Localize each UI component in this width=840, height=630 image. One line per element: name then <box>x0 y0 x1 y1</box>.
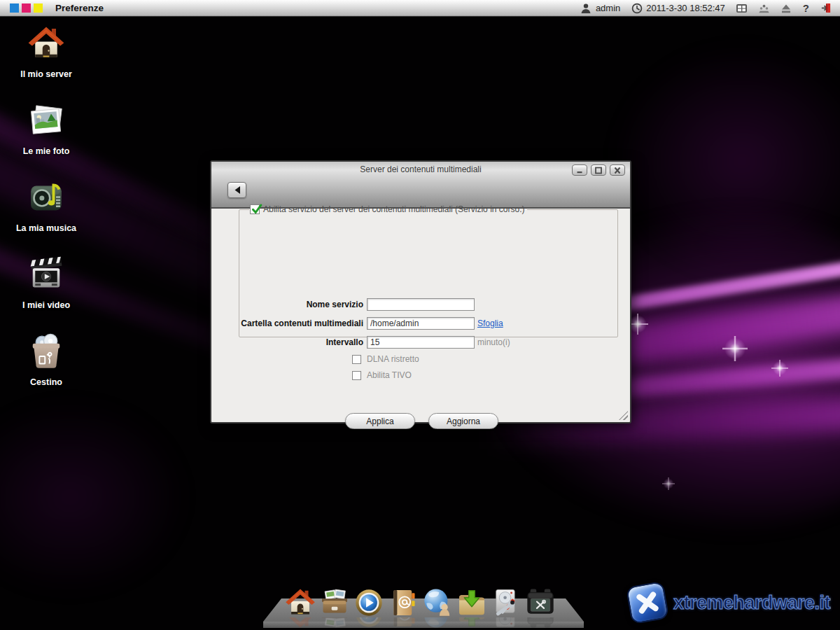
media-folder-label: Cartella contenuti multimediali <box>211 318 363 328</box>
enable-service-checkbox[interactable] <box>250 204 260 214</box>
system-logo[interactable] <box>10 4 43 13</box>
interval-input[interactable] <box>367 336 475 349</box>
photos-icon <box>27 101 66 140</box>
interval-label: Intervallo <box>211 337 363 347</box>
watermark: xtremehardware.it <box>629 584 830 622</box>
network-users-icon[interactable] <box>758 2 770 14</box>
desktop-icon-label: Il mio server <box>20 69 72 79</box>
back-arrow-icon <box>233 186 241 195</box>
dock-disk-utility-icon[interactable] <box>490 587 522 619</box>
window-body: Abilita servizio del server dei contenut… <box>211 209 630 422</box>
desktop-icon-my-photos[interactable]: Le mie foto <box>7 101 85 178</box>
help-icon[interactable]: ? <box>803 2 809 14</box>
xtremehardware-logo-icon <box>626 581 670 625</box>
user-menu[interactable]: admin <box>580 2 620 14</box>
enable-tivo-checkbox[interactable] <box>352 371 361 380</box>
window-title: Server dei contenuti multimediali <box>211 164 630 174</box>
dock-address-book-icon[interactable] <box>387 587 419 619</box>
media-server-window: Server dei contenuti multimediali <box>210 160 631 424</box>
browse-link[interactable]: Sfoglia <box>477 318 503 328</box>
resize-grip[interactable] <box>619 411 628 420</box>
dock-download-folder-icon[interactable] <box>456 587 488 619</box>
desktop-icon-trash[interactable]: Cestino <box>7 332 85 409</box>
dock-home-icon[interactable] <box>284 587 316 619</box>
window-switcher-icon[interactable] <box>736 2 748 14</box>
desktop-icon-list: Il mio server Le mie foto La mia musica … <box>7 24 85 409</box>
minimize-button[interactable] <box>572 164 587 176</box>
logo-square-pink <box>22 4 31 13</box>
dock <box>284 587 556 619</box>
desktop-icon-label: Cestino <box>30 377 62 387</box>
eject-icon[interactable] <box>780 2 792 14</box>
clock-display: 2011-3-30 18:52:47 <box>631 2 725 14</box>
desktop-icon-my-music[interactable]: La mia musica <box>7 178 85 255</box>
enable-tivo-label: Abilita TIVO <box>367 370 412 380</box>
dlna-restricted-label: DLNA ristretto <box>367 354 419 364</box>
desktop-icon-label: La mia musica <box>16 223 76 233</box>
datetime: 2011-3-30 18:52:47 <box>646 3 725 13</box>
maximize-button[interactable] <box>591 164 606 176</box>
back-button[interactable] <box>227 182 246 198</box>
media-folder-input[interactable] <box>367 317 475 330</box>
video-icon <box>27 255 66 294</box>
desktop-icon-label: Le mie foto <box>23 146 70 156</box>
window-header: Server dei contenuti multimediali <box>211 162 630 209</box>
home-icon <box>27 24 66 63</box>
dock-platform-front <box>263 622 584 628</box>
minimize-icon <box>575 167 584 174</box>
music-icon <box>27 178 66 217</box>
interval-suffix: minuto(i) <box>477 337 510 347</box>
logo-square-blue <box>10 4 19 13</box>
username: admin <box>596 3 620 13</box>
user-icon <box>580 2 592 14</box>
menubar-title: Preferenze <box>55 3 104 13</box>
dock-toolbox-icon[interactable] <box>524 587 556 619</box>
close-icon <box>613 167 622 174</box>
check-icon <box>251 203 263 216</box>
maximize-icon <box>594 167 603 174</box>
logout-icon[interactable] <box>820 2 832 14</box>
dlna-restricted-checkbox[interactable] <box>352 355 361 364</box>
desktop-icon-my-server[interactable]: Il mio server <box>7 24 85 101</box>
trash-icon <box>27 332 66 371</box>
desktop-icon-my-videos[interactable]: I miei video <box>7 255 85 332</box>
menubar: Preferenze admin 2011-3-30 18:52:47 <box>0 0 840 17</box>
refresh-button[interactable]: Aggiorna <box>428 413 498 429</box>
dock-photo-box-icon[interactable] <box>318 587 351 619</box>
dock-web-users-icon[interactable] <box>421 587 454 619</box>
clock-icon <box>631 2 643 14</box>
close-button[interactable] <box>610 164 625 176</box>
logo-square-yellow <box>34 4 43 13</box>
apply-button[interactable]: Applica <box>345 413 415 429</box>
dock-media-player-icon[interactable] <box>353 587 385 619</box>
watermark-text: xtremehardware.it <box>673 592 830 614</box>
desktop: Preferenze admin 2011-3-30 18:52:47 <box>0 0 840 630</box>
service-name-label: Nome servizio <box>211 300 363 309</box>
service-name-input[interactable] <box>367 298 475 311</box>
desktop-icon-label: I miei video <box>22 300 70 310</box>
enable-service-label: Abilita servizio del server dei contenut… <box>263 204 524 214</box>
